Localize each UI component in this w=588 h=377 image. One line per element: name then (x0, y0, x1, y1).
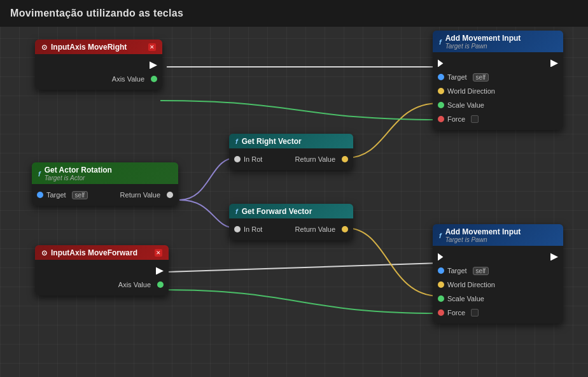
add-movement-input-bottom-node[interactable]: f Add Movement Input Target is Pawn Targ… (433, 224, 563, 324)
get-forward-vector-node[interactable]: f Get Forward Vector In Rot Return Value (229, 204, 353, 240)
force-row-ami-bottom: Force (433, 306, 563, 320)
node-body-getfv: In Rot Return Value (229, 218, 353, 240)
target-pin-getrot[interactable] (37, 192, 43, 198)
node-header-moveright: ⊙ InputAxis MoveRight ✕ (35, 39, 162, 54)
exec-out-pin[interactable] (150, 61, 157, 69)
scale-value-row-ami-top: Scale Value (433, 98, 563, 112)
target-row-ami-top: Target self (433, 70, 563, 84)
close-button-moveforward[interactable]: ✕ (155, 249, 162, 257)
axis-value-row-fwd: Axis Value (35, 278, 169, 292)
node-header-getrot: f Get Actor Rotation Target is Actor (32, 162, 178, 184)
node-header-moveforward: ⊙ InputAxis MoveForward ✕ (35, 245, 169, 260)
node-body-moveright: Axis Value (35, 54, 162, 90)
exec-in-pin-ami-top[interactable] (438, 59, 445, 67)
node-header-getrv: f Get Right Vector (229, 134, 353, 148)
target-pin-ami-top[interactable] (438, 74, 444, 80)
exec-out-pin-fwd[interactable] (156, 267, 164, 274)
add-movement-input-top-node[interactable]: f Add Movement Input Target is Pawn Targ… (433, 31, 563, 130)
in-rot-pin-fv[interactable] (234, 226, 241, 232)
node-header-getfv: f Get Forward Vector (229, 204, 353, 218)
exec-in-pin-ami-bottom[interactable] (438, 253, 445, 260)
world-dir-row-ami-top: World Direction (433, 84, 563, 98)
page-title: Movimentação utilizando as teclas (10, 8, 183, 19)
title-bar: Movimentação utilizando as teclas (0, 0, 588, 27)
target-row-getrot: Target self Return Value (32, 188, 178, 202)
return-value-pin-rv[interactable] (342, 156, 348, 162)
force-row-ami-top: Force (433, 112, 563, 126)
node-body-ami-top: Target self World Direction Scale Value … (433, 52, 563, 130)
axis-value-row: Axis Value (35, 72, 162, 86)
close-button-moveright[interactable]: ✕ (148, 43, 156, 51)
force-pin-ami-bottom[interactable] (438, 309, 444, 316)
scale-value-pin-ami-bottom[interactable] (438, 295, 444, 302)
target-pin-ami-bottom[interactable] (438, 267, 444, 274)
node-body-getrot: Target self Return Value (32, 184, 178, 206)
node-body-getrv: In Rot Return Value (229, 148, 353, 170)
return-value-pin-fv[interactable] (342, 226, 348, 232)
target-row-ami-bottom: Target self (433, 264, 563, 278)
world-dir-pin-ami-bottom[interactable] (438, 281, 444, 288)
scale-value-row-ami-bottom: Scale Value (433, 292, 563, 306)
node-body-moveforward: Axis Value (35, 260, 169, 295)
exec-out-pin-ami-bottom[interactable] (550, 253, 558, 260)
in-rot-row-fv: In Rot Return Value (229, 222, 353, 236)
force-checkbox-ami-top[interactable] (471, 115, 479, 123)
force-checkbox-ami-bottom[interactable] (471, 309, 479, 317)
exec-out-row (35, 58, 162, 72)
node-header-ami-bottom: f Add Movement Input Target is Pawn (433, 224, 563, 246)
axis-value-pin-fwd[interactable] (157, 281, 164, 288)
exec-out-pin-ami-top[interactable] (550, 59, 558, 67)
scale-value-pin-ami-top[interactable] (438, 102, 444, 108)
exec-row-ami-bottom (433, 250, 563, 264)
exec-out-row-fwd (35, 264, 169, 278)
node-header-ami-top: f Add Movement Input Target is Pawn (433, 31, 563, 52)
exec-row-ami-top (433, 56, 563, 70)
get-right-vector-node[interactable]: f Get Right Vector In Rot Return Value (229, 134, 353, 170)
in-rot-pin-rv[interactable] (234, 156, 241, 162)
return-value-pin-getrot[interactable] (167, 192, 173, 198)
input-axis-moveforward-node[interactable]: ⊙ InputAxis MoveForward ✕ Axis Value (35, 245, 169, 295)
input-axis-moveright-node[interactable]: ⊙ InputAxis MoveRight ✕ Axis Value (35, 39, 162, 90)
in-rot-row-rv: In Rot Return Value (229, 152, 353, 166)
world-dir-pin-ami-top[interactable] (438, 88, 444, 94)
axis-value-pin[interactable] (151, 76, 157, 82)
node-body-ami-bottom: Target self World Direction Scale Value … (433, 246, 563, 324)
world-dir-row-ami-bottom: World Direction (433, 278, 563, 292)
force-pin-ami-top[interactable] (438, 116, 444, 122)
get-actor-rotation-node[interactable]: f Get Actor Rotation Target is Actor Tar… (32, 162, 178, 206)
